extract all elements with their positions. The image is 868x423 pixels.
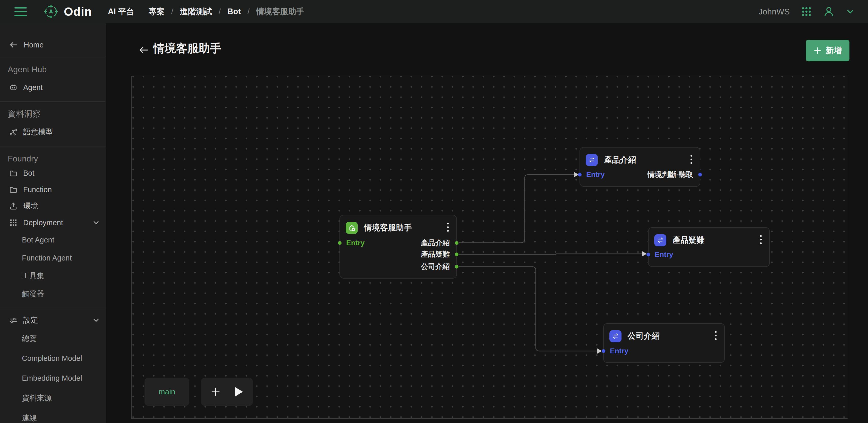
topbar: Odin AI 平台 專案 / 進階測試 / Bot / 情境客服助手 John…: [0, 0, 868, 23]
sidebar-section-foundry: Foundry: [0, 152, 105, 165]
port-dot-output[interactable]: [455, 265, 459, 269]
breadcrumb-advanced-test[interactable]: 進階測試: [180, 6, 212, 17]
kebab-menu-icon[interactable]: [689, 153, 693, 167]
port-output[interactable]: 公司介紹: [421, 262, 450, 271]
port-entry[interactable]: Entry: [586, 170, 605, 179]
sidebar-item-label: Function: [23, 186, 52, 194]
chevron-down-icon: [92, 219, 100, 226]
sidebar-item-semantic-model[interactable]: 語意模型: [0, 125, 105, 139]
canvas-actions: [201, 377, 253, 406]
sliders-icon: [9, 316, 18, 325]
port-dot-output[interactable]: [455, 253, 459, 256]
sidebar-subitem-bot-agent[interactable]: Bot Agent: [0, 231, 105, 249]
apps-grid-icon[interactable]: [801, 6, 812, 17]
robot-icon: [9, 83, 18, 91]
sidebar-subitem-function-agent[interactable]: Function Agent: [0, 249, 105, 267]
plus-icon: [211, 387, 221, 397]
sidebar-item-label: 觸發器: [22, 289, 44, 299]
node-header: 情境客服助手: [340, 215, 457, 234]
nav-ai-platform[interactable]: AI 平台: [108, 6, 134, 17]
sidebar: Home Agent Hub Agent 資料洞察 語意模型 Foundry: [0, 23, 106, 423]
sidebar-item-environment[interactable]: 環境: [0, 198, 105, 214]
chevron-down-icon[interactable]: [846, 7, 855, 16]
username[interactable]: JohnWS: [758, 7, 790, 17]
port-output[interactable]: 情境判斷-聽取: [648, 170, 693, 179]
branch-tab-label: main: [158, 387, 175, 396]
port-dot-output[interactable]: [455, 241, 459, 245]
add-branch-button[interactable]: [211, 387, 221, 397]
home-add-icon: [346, 222, 358, 234]
breadcrumb-bot[interactable]: Bot: [227, 7, 241, 16]
flow-node-product-intro[interactable]: 產品介紹 Entry 情境判斷-聽取: [580, 147, 700, 187]
swap-arrows-icon: [586, 154, 598, 166]
user-profile-icon[interactable]: [823, 6, 835, 17]
plus-icon: [813, 47, 822, 55]
flow-canvas[interactable]: 情境客服助手 Entry 產品介紹 產品疑難 公司介紹: [131, 76, 848, 419]
port-entry[interactable]: Entry: [610, 347, 628, 356]
flow-node-product-question[interactable]: 產品疑難 Entry: [648, 227, 770, 267]
brand[interactable]: Odin: [44, 4, 92, 19]
odin-logo-icon: [44, 4, 58, 19]
wire-to-company-intro[interactable]: [459, 267, 597, 351]
port-entry[interactable]: Entry: [655, 250, 673, 259]
sidebar-item-settings[interactable]: 設定: [0, 312, 105, 329]
port-dot-entry[interactable]: [338, 241, 342, 245]
flow-node-company-intro[interactable]: 公司介紹 Entry: [603, 323, 725, 363]
run-button[interactable]: [234, 387, 243, 397]
page-header: 情境客服助手 新增: [106, 23, 868, 76]
port-dot-entry[interactable]: [647, 253, 650, 256]
sidebar-item-label: Bot Agent: [22, 236, 54, 244]
back-button[interactable]: [138, 45, 149, 57]
breadcrumb-separator: /: [219, 7, 221, 16]
sidebar-subitem-embedding-model[interactable]: Embedding Model: [0, 368, 105, 388]
divider: [0, 57, 105, 57]
topbar-right: JohnWS: [758, 6, 855, 17]
sidebar-subitem-trigger[interactable]: 觸發器: [0, 285, 105, 303]
node-header: 產品介紹: [580, 147, 700, 167]
node-title: 產品疑難: [673, 235, 705, 246]
wire-to-product-intro[interactable]: [459, 175, 574, 243]
sidebar-item-home[interactable]: Home: [0, 37, 105, 53]
node-title: 公司介紹: [628, 331, 660, 341]
port-dot-entry[interactable]: [602, 349, 605, 353]
wire-to-product-question[interactable]: [459, 254, 642, 254]
sidebar-item-agent[interactable]: Agent: [0, 81, 105, 94]
sidebar-item-label: Completion Model: [22, 354, 82, 363]
node-title: 產品介紹: [604, 154, 636, 165]
sidebar-item-deployment[interactable]: Deployment: [0, 214, 105, 231]
sidebar-item-label: Home: [24, 41, 43, 49]
sidebar-item-bot[interactable]: Bot: [0, 165, 105, 181]
sidebar-subitem-completion-model[interactable]: Completion Model: [0, 348, 105, 368]
port-dot-output[interactable]: [698, 173, 702, 176]
kebab-menu-icon[interactable]: [446, 221, 450, 234]
grid-dots-icon: [9, 219, 18, 227]
wire-arrowhead: [597, 348, 602, 354]
port-entry[interactable]: Entry: [346, 238, 365, 247]
sidebar-item-label: Embedding Model: [22, 374, 82, 383]
node-header: 產品疑難: [649, 228, 769, 247]
sidebar-subitem-connection[interactable]: 連線: [0, 408, 105, 423]
sidebar-item-label: Bot: [23, 169, 34, 177]
sidebar-item-label: 工具集: [22, 271, 44, 281]
breadcrumb-project[interactable]: 專案: [148, 6, 164, 17]
port-output[interactable]: 產品介紹: [421, 238, 450, 247]
sidebar-item-label: Agent: [23, 83, 43, 92]
hamburger-menu-icon[interactable]: [14, 7, 27, 16]
sidebar-item-function[interactable]: Function: [0, 181, 105, 198]
network-nodes-icon: [9, 128, 18, 136]
branch-tab-main[interactable]: main: [145, 377, 189, 406]
swap-arrows-icon: [610, 330, 621, 342]
kebab-menu-icon[interactable]: [759, 233, 763, 247]
flow-node-main[interactable]: 情境客服助手 Entry 產品介紹 產品疑難 公司介紹: [339, 215, 457, 279]
sidebar-item-label: 總覽: [22, 334, 37, 344]
sidebar-item-label: Deployment: [23, 219, 63, 227]
add-button[interactable]: 新增: [806, 40, 849, 61]
sidebar-subitem-toolset[interactable]: 工具集: [0, 267, 105, 285]
folder-icon: [9, 186, 18, 194]
kebab-menu-icon[interactable]: [714, 329, 718, 343]
sidebar-subitem-data-source[interactable]: 資料來源: [0, 388, 105, 408]
port-output[interactable]: 產品疑難: [421, 250, 450, 259]
sidebar-subitem-overview[interactable]: 總覽: [0, 329, 105, 348]
port-dot-entry[interactable]: [578, 173, 582, 176]
sidebar-item-label: 資料來源: [22, 393, 52, 403]
